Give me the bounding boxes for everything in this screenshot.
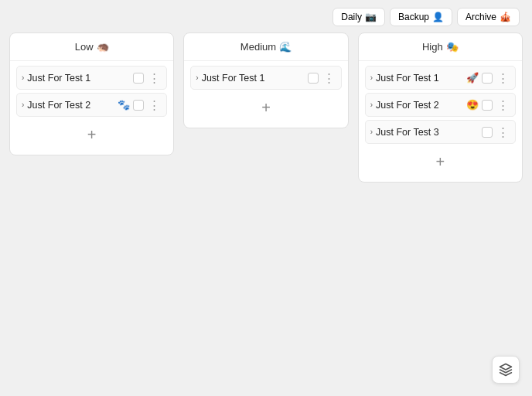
card-title-med-1: Just For Test 1 [202,73,305,84]
card-list-high: › Just For Test 1 🚀 ⋮ › Just For Test 2 … [359,61,522,182]
column-emoji-medium: 🌊 [279,41,292,53]
chevron-icon-high-3: › [370,128,373,136]
card-checkbox-low-2[interactable] [133,100,144,111]
card-checkbox-high-1[interactable] [482,73,493,84]
card-menu-med-1[interactable]: ⋮ [322,72,336,84]
card-title-low-2: Just For Test 2 [27,100,114,111]
board: Low🦔 › Just For Test 1 ⋮ › Just For Test… [0,32,532,183]
card-list-medium: › Just For Test 1 ⋮ + [184,61,347,128]
layers-fab[interactable] [492,356,520,384]
tag-btn-daily[interactable]: Daily📷 [332,8,385,26]
add-card-btn-medium[interactable]: + [190,93,341,123]
column-header-low: Low🦔 [10,33,173,61]
card-med-1[interactable]: › Just For Test 1 ⋮ [190,66,341,90]
card-checkbox-high-2[interactable] [482,100,493,111]
column-high: High🎭 › Just For Test 1 🚀 ⋮ › Just For T… [358,32,523,183]
column-medium: Medium🌊 › Just For Test 1 ⋮ + [183,32,348,128]
column-title-low: Low [75,41,94,53]
column-low: Low🦔 › Just For Test 1 ⋮ › Just For Test… [9,32,174,155]
svg-marker-0 [500,364,512,370]
add-card-btn-low[interactable]: + [16,120,167,150]
card-high-3[interactable]: › Just For Test 3 ⋮ [365,120,516,144]
card-title-high-1: Just For Test 1 [376,73,463,84]
card-list-low: › Just For Test 1 ⋮ › Just For Test 2 🐾 … [10,61,173,155]
card-emoji-low-2: 🐾 [118,99,130,111]
card-menu-high-3[interactable]: ⋮ [496,126,510,138]
column-title-medium: Medium [240,41,276,53]
card-menu-low-2[interactable]: ⋮ [147,99,162,111]
card-emoji-high-1: 🚀 [466,72,479,84]
card-low-2[interactable]: › Just For Test 2 🐾 ⋮ [16,93,167,117]
tag-btn-archive[interactable]: Archive🎪 [457,8,520,26]
card-checkbox-med-1[interactable] [308,73,319,84]
top-bar: Daily📷Backup👤Archive🎪 [0,0,532,32]
column-header-high: High🎭 [359,33,522,61]
card-title-high-2: Just For Test 2 [376,100,463,111]
tag-label-backup: Backup [398,12,429,22]
card-emoji-high-2: 😍 [466,99,479,111]
tag-emoji-archive: 🎪 [500,12,511,22]
card-high-2[interactable]: › Just For Test 2 😍 ⋮ [365,93,516,117]
card-menu-low-1[interactable]: ⋮ [147,72,162,84]
tag-btn-backup[interactable]: Backup👤 [390,8,452,26]
chevron-icon-low-2: › [22,101,24,109]
add-card-btn-high[interactable]: + [365,147,516,177]
column-emoji-low: 🦔 [97,41,109,53]
card-checkbox-high-3[interactable] [482,127,493,138]
chevron-icon-med-1: › [196,73,198,82]
card-menu-high-1[interactable]: ⋮ [496,72,510,84]
chevron-icon-high-1: › [370,73,373,82]
card-menu-high-2[interactable]: ⋮ [496,99,510,111]
tag-emoji-daily: 📷 [365,12,377,22]
tag-label-archive: Archive [466,12,496,22]
tag-emoji-backup: 👤 [432,12,444,22]
card-title-high-3: Just For Test 3 [376,127,479,138]
card-low-1[interactable]: › Just For Test 1 ⋮ [16,66,167,90]
chevron-icon-low-1: › [22,73,24,82]
tag-label-daily: Daily [341,12,362,22]
chevron-icon-high-2: › [370,101,373,109]
card-checkbox-low-1[interactable] [133,73,144,84]
card-title-low-1: Just For Test 1 [27,73,130,84]
column-title-high: High [422,41,443,53]
card-high-1[interactable]: › Just For Test 1 🚀 ⋮ [365,66,516,90]
column-header-medium: Medium🌊 [184,33,347,61]
column-emoji-high: 🎭 [446,41,459,53]
